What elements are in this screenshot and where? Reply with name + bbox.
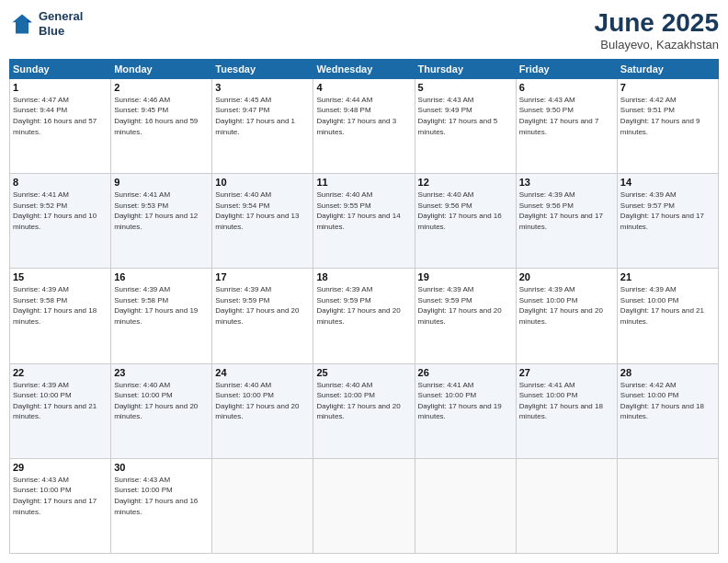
- day-number: 1: [13, 82, 108, 93]
- day-cell: 28 Sunrise: 4:42 AMSunset: 10:00 PMDayli…: [617, 363, 718, 458]
- col-friday: Friday: [516, 59, 617, 78]
- day-number: 17: [215, 271, 310, 282]
- day-info: Sunrise: 4:39 AMSunset: 9:58 PMDaylight:…: [13, 284, 108, 327]
- day-info: Sunrise: 4:39 AMSunset: 9:59 PMDaylight:…: [316, 284, 411, 327]
- logo-icon: [9, 11, 35, 37]
- day-cell: 30 Sunrise: 4:43 AMSunset: 10:00 PMDayli…: [111, 458, 212, 553]
- day-cell: [516, 458, 617, 553]
- day-number: 20: [519, 271, 614, 282]
- col-sunday: Sunday: [10, 59, 111, 78]
- calendar-table: Sunday Monday Tuesday Wednesday Thursday…: [9, 59, 719, 554]
- day-info: Sunrise: 4:39 AMSunset: 10:00 PMDaylight…: [620, 284, 715, 327]
- day-cell: 9 Sunrise: 4:41 AMSunset: 9:53 PMDayligh…: [111, 174, 212, 269]
- svg-marker-0: [13, 14, 32, 33]
- day-number: 18: [316, 271, 411, 282]
- day-info: Sunrise: 4:43 AMSunset: 9:50 PMDaylight:…: [519, 95, 614, 137]
- header: General Blue June 2025 Bulayevo, Kazakhs…: [9, 9, 719, 52]
- day-number: 25: [316, 367, 411, 378]
- day-info: Sunrise: 4:40 AMSunset: 10:00 PMDaylight…: [215, 380, 310, 422]
- day-info: Sunrise: 4:41 AMSunset: 10:00 PMDaylight…: [519, 380, 614, 422]
- day-info: Sunrise: 4:39 AMSunset: 9:59 PMDaylight:…: [215, 284, 310, 327]
- day-info: Sunrise: 4:41 AMSunset: 9:53 PMDaylight:…: [114, 190, 209, 232]
- day-info: Sunrise: 4:45 AMSunset: 9:47 PMDaylight:…: [215, 95, 310, 137]
- day-info: Sunrise: 4:42 AMSunset: 9:51 PMDaylight:…: [620, 95, 715, 137]
- day-info: Sunrise: 4:39 AMSunset: 10:00 PMDaylight…: [519, 284, 614, 327]
- day-number: 8: [13, 177, 108, 188]
- day-number: 22: [13, 367, 108, 378]
- week-row-2: 8 Sunrise: 4:41 AMSunset: 9:52 PMDayligh…: [10, 174, 719, 269]
- day-cell: 23 Sunrise: 4:40 AMSunset: 10:00 PMDayli…: [111, 363, 212, 458]
- day-cell: 22 Sunrise: 4:39 AMSunset: 10:00 PMDayli…: [10, 363, 111, 458]
- day-number: 6: [519, 82, 614, 93]
- day-cell: 24 Sunrise: 4:40 AMSunset: 10:00 PMDayli…: [212, 363, 313, 458]
- day-cell: 19 Sunrise: 4:39 AMSunset: 9:59 PMDaylig…: [415, 269, 516, 363]
- day-number: 30: [114, 462, 209, 473]
- week-row-4: 22 Sunrise: 4:39 AMSunset: 10:00 PMDayli…: [10, 363, 719, 458]
- col-saturday: Saturday: [617, 59, 718, 78]
- day-number: 27: [519, 367, 614, 378]
- location: Bulayevo, Kazakhstan: [595, 38, 719, 52]
- day-number: 24: [215, 367, 310, 378]
- col-wednesday: Wednesday: [313, 59, 415, 78]
- month-title: June 2025: [595, 9, 719, 38]
- day-info: Sunrise: 4:40 AMSunset: 9:55 PMDaylight:…: [316, 190, 411, 232]
- day-info: Sunrise: 4:46 AMSunset: 9:45 PMDaylight:…: [114, 95, 209, 137]
- day-cell: 21 Sunrise: 4:39 AMSunset: 10:00 PMDayli…: [617, 269, 718, 363]
- day-number: 3: [215, 82, 310, 93]
- day-info: Sunrise: 4:43 AMSunset: 10:00 PMDaylight…: [13, 475, 108, 517]
- day-info: Sunrise: 4:40 AMSunset: 10:00 PMDaylight…: [316, 380, 411, 422]
- day-number: 23: [114, 367, 209, 378]
- day-info: Sunrise: 4:40 AMSunset: 10:00 PMDaylight…: [114, 380, 209, 422]
- day-number: 16: [114, 271, 209, 282]
- day-number: 2: [114, 82, 209, 93]
- page: General Blue June 2025 Bulayevo, Kazakhs…: [0, 0, 728, 563]
- day-cell: 14 Sunrise: 4:39 AMSunset: 9:57 PMDaylig…: [617, 174, 718, 269]
- col-thursday: Thursday: [415, 59, 516, 78]
- day-info: Sunrise: 4:39 AMSunset: 9:59 PMDaylight:…: [418, 284, 513, 327]
- day-number: 15: [13, 271, 108, 282]
- day-cell: 6 Sunrise: 4:43 AMSunset: 9:50 PMDayligh…: [516, 78, 617, 173]
- day-info: Sunrise: 4:42 AMSunset: 10:00 PMDaylight…: [620, 380, 715, 422]
- day-number: 19: [418, 271, 513, 282]
- day-number: 21: [620, 271, 715, 282]
- day-number: 4: [316, 82, 411, 93]
- day-cell: 11 Sunrise: 4:40 AMSunset: 9:55 PMDaylig…: [313, 174, 415, 269]
- day-cell: 16 Sunrise: 4:39 AMSunset: 9:58 PMDaylig…: [111, 269, 212, 363]
- week-row-3: 15 Sunrise: 4:39 AMSunset: 9:58 PMDaylig…: [10, 269, 719, 363]
- day-cell: 8 Sunrise: 4:41 AMSunset: 9:52 PMDayligh…: [10, 174, 111, 269]
- day-info: Sunrise: 4:39 AMSunset: 9:58 PMDaylight:…: [114, 284, 209, 327]
- day-cell: 17 Sunrise: 4:39 AMSunset: 9:59 PMDaylig…: [212, 269, 313, 363]
- day-info: Sunrise: 4:39 AMSunset: 10:00 PMDaylight…: [13, 380, 108, 422]
- day-cell: 20 Sunrise: 4:39 AMSunset: 10:00 PMDayli…: [516, 269, 617, 363]
- day-cell: [617, 458, 718, 553]
- day-info: Sunrise: 4:41 AMSunset: 10:00 PMDaylight…: [418, 380, 513, 422]
- day-cell: 2 Sunrise: 4:46 AMSunset: 9:45 PMDayligh…: [111, 78, 212, 173]
- day-number: 28: [620, 367, 715, 378]
- day-info: Sunrise: 4:43 AMSunset: 10:00 PMDaylight…: [114, 475, 209, 517]
- day-cell: 5 Sunrise: 4:43 AMSunset: 9:49 PMDayligh…: [415, 78, 516, 173]
- day-cell: 27 Sunrise: 4:41 AMSunset: 10:00 PMDayli…: [516, 363, 617, 458]
- day-info: Sunrise: 4:39 AMSunset: 9:57 PMDaylight:…: [620, 190, 715, 232]
- week-row-5: 29 Sunrise: 4:43 AMSunset: 10:00 PMDayli…: [10, 458, 719, 553]
- day-cell: 7 Sunrise: 4:42 AMSunset: 9:51 PMDayligh…: [617, 78, 718, 173]
- day-number: 9: [114, 177, 209, 188]
- day-cell: 1 Sunrise: 4:47 AMSunset: 9:44 PMDayligh…: [10, 78, 111, 173]
- day-cell: [313, 458, 415, 553]
- day-number: 12: [418, 177, 513, 188]
- logo: General Blue: [9, 9, 83, 38]
- day-number: 29: [13, 462, 108, 473]
- day-cell: 12 Sunrise: 4:40 AMSunset: 9:56 PMDaylig…: [415, 174, 516, 269]
- week-row-1: 1 Sunrise: 4:47 AMSunset: 9:44 PMDayligh…: [10, 78, 719, 173]
- day-info: Sunrise: 4:43 AMSunset: 9:49 PMDaylight:…: [418, 95, 513, 137]
- day-number: 5: [418, 82, 513, 93]
- day-number: 26: [418, 367, 513, 378]
- day-cell: 13 Sunrise: 4:39 AMSunset: 9:56 PMDaylig…: [516, 174, 617, 269]
- day-cell: 4 Sunrise: 4:44 AMSunset: 9:48 PMDayligh…: [313, 78, 415, 173]
- day-info: Sunrise: 4:40 AMSunset: 9:54 PMDaylight:…: [215, 190, 310, 232]
- day-number: 13: [519, 177, 614, 188]
- day-cell: 25 Sunrise: 4:40 AMSunset: 10:00 PMDayli…: [313, 363, 415, 458]
- logo-text: General Blue: [39, 9, 83, 38]
- day-info: Sunrise: 4:44 AMSunset: 9:48 PMDaylight:…: [316, 95, 411, 137]
- day-number: 11: [316, 177, 411, 188]
- day-number: 10: [215, 177, 310, 188]
